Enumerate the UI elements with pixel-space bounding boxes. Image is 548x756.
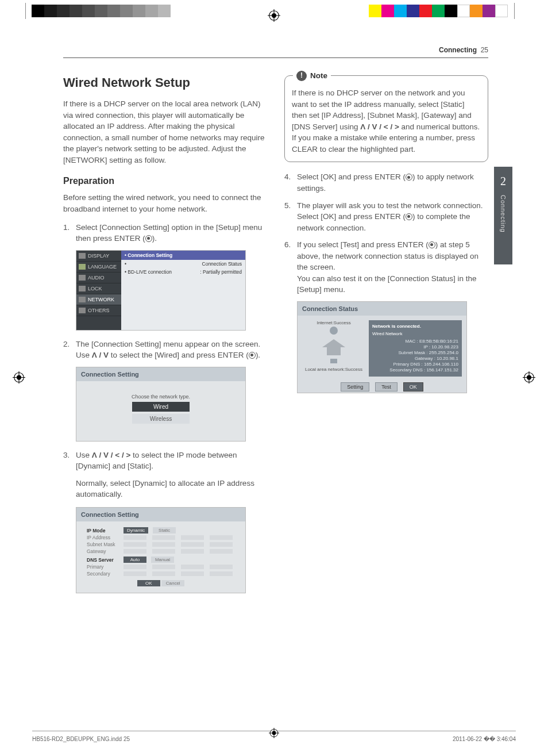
svg-rect-7 (330, 359, 337, 363)
running-header: Connecting 25 (63, 46, 488, 58)
registration-mark-icon (269, 728, 279, 739)
house-icon (322, 339, 345, 355)
step-1: Select [Connection Setting] option in th… (63, 222, 267, 244)
section-title: Wired Network Setup (63, 75, 267, 90)
enter-icon (429, 241, 435, 248)
globe-icon (325, 325, 342, 336)
enter-icon (145, 235, 152, 242)
registration-mark-icon (13, 371, 25, 385)
step-3-note: Normally, select [Dynamic] to allocate a… (76, 478, 267, 500)
chapter-label: Connecting (500, 195, 507, 233)
note-box: ! Note If there is no DHCP server on the… (284, 75, 488, 162)
option-wireless: Wireless (132, 414, 190, 424)
intro-text: If there is a DHCP server on the local a… (63, 98, 267, 166)
setting-button: Setting (341, 382, 369, 392)
note-label: ! Note (293, 70, 331, 82)
right-column: ! Note If there is no DHCP server on the… (284, 75, 488, 601)
cancel-button: Cancel (161, 580, 184, 586)
enter-icon (406, 213, 412, 220)
steps-list: Use Λ / V / < / > to select the IP mode … (63, 450, 267, 472)
enter-icon (249, 352, 256, 359)
audio-icon (79, 275, 86, 281)
option-wired: Wired (132, 402, 190, 412)
steps-list: Select [Connection Setting] option in th… (63, 222, 267, 244)
page-body: Connecting 25 Wired Network Setup If the… (63, 46, 488, 601)
steps-list-cont: Select [OK] and press ENTER () to apply … (284, 171, 488, 296)
step-2: The [Connection Setting] menu appear on … (63, 339, 267, 361)
alert-icon: ! (296, 71, 307, 81)
setup-sidebar: DISPLAY LANGUAGE AUDIO LOCK NETWORK OTHE… (76, 251, 121, 330)
status-message: Network is connected. (372, 324, 458, 329)
chapter-tab: 2 Connecting (494, 167, 512, 264)
step-5: The player will ask you to test the netw… (284, 200, 488, 234)
prep-title: Preparation (63, 176, 267, 186)
footer-file: HB516-RD2_BDEUPPK_ENG.indd 25 (32, 736, 130, 742)
display-icon (79, 253, 86, 259)
ok-button: OK (137, 580, 160, 586)
screenshot-network-type: Connection Setting Choose the network ty… (76, 367, 246, 442)
color-bar (369, 5, 508, 17)
grayscale-bar (32, 5, 171, 17)
header-section: Connecting (439, 46, 477, 54)
screenshot-connection-status: Connection Status Internet:Success Local… (297, 301, 467, 393)
language-icon (79, 264, 86, 270)
dialog-title: Connection Status (298, 302, 466, 316)
trim-mark (25, 3, 26, 19)
trim-mark (514, 3, 515, 19)
status-lan: Local area network:Success (302, 367, 365, 372)
registration-mark-icon (268, 9, 280, 24)
svg-point-6 (330, 327, 338, 335)
dialog-prompt: Choose the network type. (76, 394, 245, 400)
enter-icon (406, 174, 412, 181)
step-4: Select [OK] and press ENTER () to apply … (284, 171, 488, 194)
lock-icon (79, 286, 86, 291)
prep-text: Before setting the wired network, you ne… (63, 192, 267, 214)
page-footer: HB516-RD2_BDEUPPK_ENG.indd 25 2011-06-22… (32, 731, 516, 742)
steps-list: The [Connection Setting] menu appear on … (63, 339, 267, 361)
header-page: 25 (481, 46, 488, 54)
test-button: Test (375, 382, 398, 392)
dialog-title: Connection Setting (76, 508, 245, 521)
chapter-number: 2 (500, 175, 506, 188)
registration-mark-icon (523, 371, 535, 385)
others-icon (79, 308, 86, 313)
screenshot-setup-menu: DISPLAY LANGUAGE AUDIO LOCK NETWORK OTHE… (76, 250, 246, 331)
selected-item: • Connection Setting (121, 251, 245, 260)
ok-button: OK (403, 382, 423, 392)
network-icon (79, 297, 86, 302)
dialog-title: Connection Setting (76, 367, 245, 381)
pc-icon (325, 358, 342, 366)
footer-date: 2011-06-22 �� 3:46:04 (453, 736, 516, 742)
status-internet: Internet:Success (302, 320, 365, 325)
step-6: If you select [Test] and press ENTER () … (284, 239, 488, 296)
screenshot-ip-mode: Connection Setting IP ModeDynamicStatic … (76, 507, 246, 593)
step-3: Use Λ / V / < / > to select the IP mode … (63, 450, 267, 472)
left-column: Wired Network Setup If there is a DHCP s… (63, 75, 267, 601)
